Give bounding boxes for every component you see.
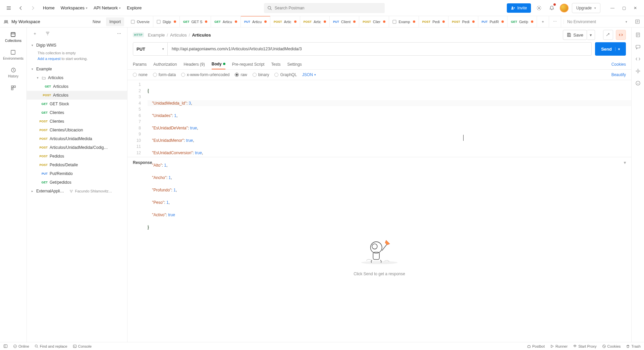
subtab-settings[interactable]: Settings (287, 59, 302, 69)
nav-home[interactable]: Home (43, 5, 55, 10)
req-post-artic-um-cod[interactable]: POSTArticulos/UnidadMedida/Codig… (27, 143, 127, 152)
body-formdata[interactable]: form-data (153, 72, 176, 77)
new-tab-button[interactable]: ＋ (537, 16, 549, 27)
status-runner[interactable]: Runner (550, 344, 568, 348)
code-snippet-icon[interactable] (635, 56, 641, 62)
raw-type-select[interactable]: JSON▾ (302, 72, 316, 77)
import-button[interactable]: Import (106, 17, 124, 26)
body-binary[interactable]: binary (253, 72, 269, 77)
notifications-icon[interactable] (547, 3, 556, 13)
hamburger-icon[interactable] (4, 3, 13, 13)
crumb-1[interactable]: Articulos (170, 33, 187, 38)
tab-putr[interactable]: PUTPut/R (478, 16, 508, 27)
save-dropdown[interactable]: ▾ (587, 30, 595, 40)
tab-pedi1[interactable]: POSTPedi (419, 16, 449, 27)
comments-icon[interactable] (635, 44, 641, 50)
send-button[interactable]: Send▾ (595, 42, 626, 56)
tab-articu-active[interactable]: PUTArticu (241, 16, 270, 27)
cookies-link[interactable]: Cookies (611, 62, 626, 67)
req-post-articulos[interactable]: POSTArticulos (27, 91, 127, 100)
info-icon[interactable] (635, 80, 641, 86)
add-icon[interactable]: ＋ (30, 29, 40, 38)
collection-example[interactable]: ▾Example (27, 65, 127, 73)
req-post-pedidos[interactable]: POSTPedidos (27, 152, 127, 161)
tabs-more-button[interactable]: ⋯ (549, 16, 561, 27)
url-input[interactable]: http://api.patagoniawms.com/v1/Articulos… (168, 42, 592, 56)
tab-articu-1[interactable]: GETArticu (211, 16, 241, 27)
req-get-articulos[interactable]: GETArticulos (27, 82, 127, 91)
filter-icon[interactable] (43, 29, 52, 38)
rail-environments[interactable]: Environments (3, 49, 23, 60)
req-get-stock[interactable]: GETGET Stock (27, 100, 127, 108)
req-put-remitido[interactable]: PUTPut/Remitido (27, 169, 127, 178)
upgrade-button[interactable]: Upgrade▾ (572, 3, 600, 13)
related-icon[interactable] (635, 68, 641, 74)
req-get-clientes[interactable]: GETClientes (27, 108, 127, 117)
subtab-tests[interactable]: Tests (271, 59, 280, 69)
tab-overview[interactable]: Overvie (127, 16, 153, 27)
env-quicklook-icon[interactable] (633, 17, 642, 26)
status-proxy[interactable]: Start Proxy (573, 344, 596, 348)
tab-artic-post2[interactable]: POSTArtic (300, 16, 330, 27)
tab-clier[interactable]: POSTClier (359, 16, 389, 27)
req-get-pedidos[interactable]: GETGet/pedidos (27, 178, 127, 187)
crumb-0[interactable]: Example (148, 33, 165, 38)
nav-explore[interactable]: Explore (127, 5, 142, 10)
tab-get-stock[interactable]: GETGET S (180, 16, 211, 27)
nav-api-network[interactable]: API Network▾ (94, 5, 121, 10)
subtab-body[interactable]: Body (212, 59, 225, 69)
rail-collections[interactable]: Collections (5, 32, 21, 43)
subtab-auth[interactable]: Authorization (153, 59, 177, 69)
status-find[interactable]: Find and replace (35, 344, 67, 348)
forward-icon[interactable] (28, 3, 38, 13)
settings-icon[interactable] (534, 3, 544, 13)
tab-client[interactable]: PUTClient (330, 16, 359, 27)
status-trash[interactable]: Trash (626, 344, 641, 348)
status-console[interactable]: Console (73, 344, 92, 348)
body-editor[interactable]: 123456789101112 { "UnidadMedida_Id": 3, … (127, 80, 631, 157)
tab-examp[interactable]: Examp (389, 16, 419, 27)
sidebar-toggle-icon[interactable] (3, 344, 8, 348)
environment-select[interactable]: No Environment▾ (564, 19, 631, 24)
body-graphql[interactable]: GraphQL (274, 72, 297, 77)
nav-workspaces[interactable]: Workspaces▾ (61, 5, 88, 10)
sidebar-more-icon[interactable]: ⋯ (114, 29, 124, 38)
body-urlenc[interactable]: x-www-form-urlencoded (181, 72, 229, 77)
tab-artic-post1[interactable]: POSTArtic (270, 16, 300, 27)
body-raw[interactable]: raw (235, 72, 247, 77)
add-request-link[interactable]: Add a request (38, 57, 61, 61)
collection-externalapp[interactable]: ▸ExternalAppli… Facundo Shlamovitz… (27, 187, 127, 195)
collection-digip-wms[interactable]: ▾Digip WMS (27, 41, 127, 50)
subtab-headers[interactable]: Headers (9) (183, 59, 205, 69)
window-close-icon[interactable]: ✕ (631, 3, 640, 13)
search-input[interactable]: Search Postman (264, 3, 385, 13)
subtab-params[interactable]: Params (133, 59, 147, 69)
code-icon[interactable] (616, 30, 626, 40)
method-select[interactable]: PUT▾ (133, 42, 168, 56)
req-post-artic-um[interactable]: POSTArticulos/UnidadMedida (27, 134, 127, 143)
req-post-pedidos-det[interactable]: POSTPedidos/Detalle (27, 161, 127, 169)
req-post-clientes-ubic[interactable]: POSTClientes/Ubicacion (27, 126, 127, 134)
tab-digip[interactable]: Digip (153, 16, 180, 27)
code-area[interactable]: { "UnidadMedida_Id": 3, "Unidades": 1, "… (144, 80, 631, 157)
body-none[interactable]: none (133, 72, 148, 77)
window-minimize-icon[interactable]: ― (608, 3, 617, 13)
docs-icon[interactable] (635, 32, 641, 38)
rail-history[interactable]: History (8, 67, 18, 78)
status-cookies[interactable]: Cookies (602, 344, 621, 348)
window-maximize-icon[interactable]: ▢ (619, 3, 629, 13)
new-button[interactable]: New (89, 17, 104, 26)
rail-more-icon[interactable] (10, 85, 16, 91)
invite-button[interactable]: Invite (507, 3, 531, 13)
beautify-link[interactable]: Beautify (611, 72, 626, 77)
subtab-prereq[interactable]: Pre-request Script (232, 59, 265, 69)
status-online[interactable]: Online (13, 344, 29, 348)
avatar[interactable] (560, 4, 569, 12)
status-postbot[interactable]: Postbot (527, 344, 545, 348)
share-icon[interactable] (603, 30, 613, 40)
tab-getp[interactable]: GETGet/p (507, 16, 537, 27)
tab-pedi2[interactable]: POSTPedi (448, 16, 478, 27)
req-post-clientes[interactable]: POSTClientes (27, 117, 127, 126)
back-icon[interactable] (16, 3, 25, 13)
save-button[interactable]: Save (563, 30, 587, 40)
